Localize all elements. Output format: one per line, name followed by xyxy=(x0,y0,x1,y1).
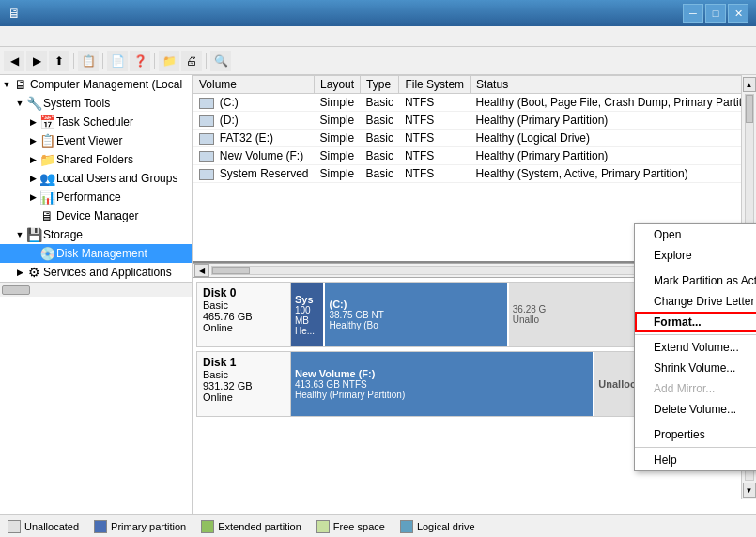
partition-disk1-0[interactable]: New Volume (F:) 413.63 GB NTFS Healthy (… xyxy=(291,352,594,416)
cell-volume-3: New Volume (F:) xyxy=(193,147,315,165)
tree-expand-storage[interactable]: ▼ xyxy=(13,230,26,239)
tree-item-root[interactable]: ▼ 🖥 Computer Management (Local xyxy=(0,75,192,94)
legend-item-1: Primary partition xyxy=(94,520,186,533)
tree-label-shared-folders: Shared Folders xyxy=(56,153,133,166)
scroll-up-btn[interactable]: ▲ xyxy=(743,77,756,92)
tree-expand-shared-folders[interactable]: ▶ xyxy=(26,155,39,164)
search-button[interactable]: 🔍 xyxy=(210,51,231,71)
cell-volume-1: (D:) xyxy=(193,112,315,130)
window-controls: ─ □ ✕ xyxy=(683,4,748,23)
col-volume[interactable]: Volume xyxy=(193,76,315,94)
close-button[interactable]: ✕ xyxy=(728,4,748,23)
disk-row-1[interactable]: (D:) Simple Basic NTFS Healthy (Primary … xyxy=(193,112,757,130)
hscroll-thumb[interactable] xyxy=(212,267,250,274)
menu-view[interactable] xyxy=(34,35,49,38)
disk-row-4[interactable]: System Reserved Simple Basic NTFS Health… xyxy=(193,165,757,183)
cell-volume-4: System Reserved xyxy=(193,165,315,183)
disk-size-disk1: 931.32 GB xyxy=(203,380,285,391)
context-item-change-drive-letter-and-paths---[interactable]: Change Drive Letter and Paths... xyxy=(635,291,756,312)
tree-icon-services-apps: ⚙ xyxy=(26,265,41,280)
disk-table: Volume Layout Type File System Status C … xyxy=(193,75,756,183)
tree-item-local-users[interactable]: ▶ 👥 Local Users and Groups xyxy=(0,169,192,188)
context-item-extend-volume---[interactable]: Extend Volume... xyxy=(635,337,756,358)
tree-item-performance[interactable]: ▶ 📊 Performance xyxy=(0,188,192,207)
tree-item-services-apps[interactable]: ▶ ⚙ Services and Applications xyxy=(0,263,192,282)
menu-file[interactable] xyxy=(4,35,19,38)
export-button[interactable]: 📁 xyxy=(159,51,179,71)
col-filesystem[interactable]: File System xyxy=(399,76,471,94)
cell-type-0: Basic xyxy=(361,94,399,112)
tree-item-shared-folders[interactable]: ▶ 📁 Shared Folders xyxy=(0,150,192,169)
partition-disk0-0[interactable]: Sys 100 MB He... xyxy=(291,283,325,346)
disk-row-2[interactable]: FAT32 (E:) Simple Basic NTFS Healthy (Lo… xyxy=(193,130,757,147)
toolbar-sep-2 xyxy=(102,53,103,69)
legend-label-3: Free space xyxy=(333,521,385,532)
context-item-delete-volume---[interactable]: Delete Volume... xyxy=(635,399,756,420)
cell-layout-0: Simple xyxy=(315,94,361,112)
context-item-properties[interactable]: Properties xyxy=(635,424,756,445)
col-type[interactable]: Type xyxy=(361,76,399,94)
disk-row-3[interactable]: New Volume (F:) Simple Basic NTFS Health… xyxy=(193,147,757,165)
context-item-mark-partition-as-active[interactable]: Mark Partition as Active xyxy=(635,270,756,291)
legend-color-2 xyxy=(201,520,214,533)
drive-icon-0 xyxy=(199,98,214,109)
context-separator-2 xyxy=(635,268,756,268)
menu-help[interactable] xyxy=(49,35,64,38)
disk-size-disk0: 465.76 GB xyxy=(203,311,285,322)
tree-icon-event-viewer: 📋 xyxy=(39,133,54,148)
disk-type-disk1: Basic xyxy=(203,369,285,380)
tree-icon-task-scheduler: 📅 xyxy=(39,115,54,130)
tree-expand-task-scheduler[interactable]: ▶ xyxy=(26,117,39,127)
tree-hscrollbar[interactable] xyxy=(0,282,192,297)
scroll-down-btn[interactable]: ▼ xyxy=(743,483,756,498)
tree-icon-system-tools: 🔧 xyxy=(26,96,41,111)
scroll-left-btn[interactable]: ◀ xyxy=(194,264,209,277)
properties-button[interactable]: 📄 xyxy=(107,51,128,71)
tree-item-storage[interactable]: ▼ 💾 Storage xyxy=(0,225,192,244)
tree-label-event-viewer: Event Viewer xyxy=(56,134,122,147)
tree-expand-performance[interactable]: ▶ xyxy=(26,192,39,202)
partition-disk0-1[interactable]: (C:) 38.75 GB NT Healthy (Bo xyxy=(325,283,508,346)
tree-expand-local-users[interactable]: ▶ xyxy=(26,174,39,183)
cell-fs-2: NTFS xyxy=(399,130,471,147)
disk-row-0[interactable]: (C:) Simple Basic NTFS Healthy (Boot, Pa… xyxy=(193,94,757,112)
tree-item-device-manager[interactable]: 🖥 Device Manager xyxy=(0,207,192,225)
tree-label-task-scheduler: Task Scheduler xyxy=(56,115,133,129)
context-item-open[interactable]: Open xyxy=(635,224,756,245)
cell-volume-0: (C:) xyxy=(193,94,315,112)
menu-action[interactable] xyxy=(19,35,34,38)
maximize-button[interactable]: □ xyxy=(705,4,726,23)
tree-item-system-tools[interactable]: ▼ 🔧 System Tools xyxy=(0,94,192,113)
back-button[interactable]: ◀ xyxy=(4,51,24,71)
context-item-shrink-volume---[interactable]: Shrink Volume... xyxy=(635,358,756,378)
tree-scroll-thumb[interactable] xyxy=(2,285,30,295)
context-item-format---[interactable]: Format... xyxy=(635,312,756,332)
cell-volume-2: FAT32 (E:) xyxy=(193,130,315,147)
main-layout: ▼ 🖥 Computer Management (Local ▼ 🔧 Syste… xyxy=(0,75,756,514)
menu-bar xyxy=(0,26,756,47)
disk-info-disk0: Disk 0 Basic 465.76 GB Online xyxy=(197,283,291,346)
tree-expand-event-viewer[interactable]: ▶ xyxy=(26,136,39,146)
context-item-explore[interactable]: Explore xyxy=(635,245,756,266)
tree-item-disk-management[interactable]: 💿 Disk Management xyxy=(0,244,192,263)
cell-layout-2: Simple xyxy=(315,130,361,147)
col-status[interactable]: Status xyxy=(471,76,756,94)
show-hide-button[interactable]: 📋 xyxy=(78,51,99,71)
tree-expand-services-apps[interactable]: ▶ xyxy=(13,268,26,277)
tree-icon-device-manager: 🖥 xyxy=(39,208,54,223)
tree-label-services-apps: Services and Applications xyxy=(43,266,172,279)
print-button[interactable]: 🖨 xyxy=(181,51,202,71)
tree-expand-root[interactable]: ▼ xyxy=(0,80,13,89)
status-bar: Unallocated Primary partition Extended p… xyxy=(0,514,756,537)
tree-expand-system-tools[interactable]: ▼ xyxy=(13,99,26,108)
minimize-button[interactable]: ─ xyxy=(683,4,703,23)
help-button[interactable]: ❓ xyxy=(130,51,150,71)
up-button[interactable]: ⬆ xyxy=(49,51,69,71)
col-layout[interactable]: Layout xyxy=(315,76,361,94)
tree-item-event-viewer[interactable]: ▶ 📋 Event Viewer xyxy=(0,131,192,150)
vscroll-thumb[interactable] xyxy=(746,95,753,123)
tree-icon-shared-folders: 📁 xyxy=(39,152,54,167)
tree-item-task-scheduler[interactable]: ▶ 📅 Task Scheduler xyxy=(0,113,192,131)
context-item-help[interactable]: Help xyxy=(635,450,756,470)
forward-button[interactable]: ▶ xyxy=(26,51,47,71)
